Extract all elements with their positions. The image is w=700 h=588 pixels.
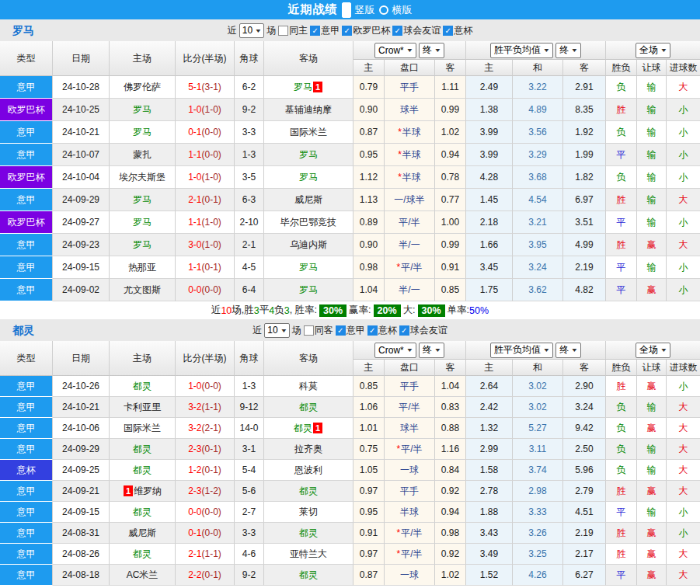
handicap-text: 半球 bbox=[400, 506, 419, 517]
avg-odds-select[interactable]: 胜平负均值▼ bbox=[490, 343, 553, 358]
handicap-text: 平/半 bbox=[399, 217, 420, 228]
odds-stage-select[interactable]: 终▼ bbox=[419, 43, 444, 58]
filter-checkbox-label: 同主 bbox=[289, 24, 308, 37]
result-wdl: 胜 bbox=[606, 189, 637, 211]
handicap-line: *半球 bbox=[385, 121, 435, 144]
match-date: 24-09-27 bbox=[53, 211, 110, 234]
col-score: 比分(半场) bbox=[176, 41, 235, 76]
filter-checkbox-1[interactable]: ✓意甲 bbox=[310, 24, 340, 37]
handicap-text: 平/半 bbox=[401, 262, 422, 273]
league-badge: 意杯 bbox=[0, 460, 53, 481]
fulltime-dropdown-cell: 全场▼ bbox=[606, 41, 700, 60]
match-row: 意甲24-09-29罗马2-1(0-1)6-3威尼斯1.13一/球半0.771.… bbox=[0, 189, 700, 211]
result-handicap: 输 bbox=[637, 256, 667, 279]
col-crow-away: 客 bbox=[435, 360, 466, 376]
title-bar: 近期战绩 竖版 横版 bbox=[0, 0, 700, 19]
fulltime-score: 0-1 bbox=[188, 527, 201, 538]
bookmaker-select[interactable]: Crow*▼ bbox=[374, 343, 416, 358]
avg-away-odds: 4.82 bbox=[563, 279, 606, 301]
crow-home-odds: 0.89 bbox=[353, 211, 385, 234]
chevron-down-icon: ▼ bbox=[434, 347, 442, 353]
result-handicap: 赢 bbox=[637, 279, 667, 301]
col-home: 主场 bbox=[110, 341, 176, 376]
team-name-text: 热那亚 bbox=[128, 262, 156, 273]
home-team: 尤文图斯 bbox=[110, 279, 176, 301]
match-row: 意甲24-10-06国际米兰3-2(2-1)14-0都灵11.01球半0.881… bbox=[0, 418, 700, 439]
col-crow-home: 主 bbox=[353, 60, 385, 76]
filter-checkbox-0[interactable]: 同客 bbox=[304, 324, 333, 337]
result-wdl: 平 bbox=[606, 565, 637, 586]
handicap-text: 半/一 bbox=[399, 284, 420, 295]
halftime-score: (1-0) bbox=[202, 104, 221, 115]
handicap-text: 平/半 bbox=[401, 548, 422, 559]
team-name-text: 罗马 bbox=[133, 127, 151, 137]
fulltime-select[interactable]: 全场▼ bbox=[636, 43, 670, 58]
handicap-line: *半球 bbox=[385, 144, 435, 166]
filter-checkbox-0[interactable]: 同主 bbox=[278, 24, 308, 37]
changed-line-star: * bbox=[398, 127, 402, 137]
match-date: 24-10-04 bbox=[53, 166, 110, 189]
col-wdl: 胜负 bbox=[606, 60, 637, 76]
changed-line-star: * bbox=[398, 172, 402, 183]
match-date: 24-10-21 bbox=[53, 121, 110, 144]
avg-dropdown-cell: 胜平负均值▼ 终▼ bbox=[466, 41, 606, 60]
team-name-text: 国际米兰 bbox=[124, 423, 161, 433]
col-goals: 进球数 bbox=[667, 360, 700, 376]
col-crow-away: 客 bbox=[435, 60, 466, 76]
filter-checkbox-2[interactable]: ✓欧罗巴杯 bbox=[342, 24, 390, 37]
home-team: 罗马 bbox=[110, 234, 176, 256]
avg-draw-odds: 3.74 bbox=[513, 460, 563, 481]
filter-checkbox-label: 意杯 bbox=[454, 24, 472, 37]
filter-checkbox-4[interactable]: ✓意杯 bbox=[443, 24, 472, 37]
result-goals: 大 bbox=[667, 418, 700, 439]
result-handicap: 输 bbox=[637, 502, 667, 523]
match-date: 24-09-29 bbox=[53, 189, 110, 211]
changed-line-star: * bbox=[396, 527, 400, 538]
avg-odds-select[interactable]: 胜平负均值▼ bbox=[490, 43, 553, 58]
score: 0-1(0-0) bbox=[176, 121, 235, 144]
radio-vertical-layout[interactable] bbox=[342, 2, 351, 18]
fulltime-select-value: 全场 bbox=[639, 43, 658, 57]
avg-home-odds: 1.38 bbox=[466, 99, 513, 121]
chevron-down-icon: ▼ bbox=[543, 347, 551, 353]
avg-away-odds: 6.27 bbox=[563, 565, 606, 586]
away-team: 恩波利 bbox=[264, 460, 353, 481]
filter-checkbox-2[interactable]: ✓意杯 bbox=[367, 324, 397, 337]
away-team: 莱切 bbox=[264, 502, 353, 523]
fulltime-select[interactable]: 全场▼ bbox=[636, 343, 670, 358]
match-row: 欧罗巴杯24-09-27罗马1-1(1-0)2-10毕尔巴鄂竞技0.89平/半1… bbox=[0, 211, 700, 234]
odds-stage-select[interactable]: 终▼ bbox=[419, 343, 444, 358]
result-handicap: 输 bbox=[637, 211, 667, 234]
away-team: 都灵 bbox=[264, 397, 353, 418]
halftime-score: (1-1) bbox=[202, 402, 221, 412]
result-wdl: 负 bbox=[606, 418, 637, 439]
home-team: 都灵 bbox=[110, 376, 176, 397]
match-date: 24-08-18 bbox=[53, 565, 110, 586]
recent-count-select[interactable]: 10▼ bbox=[264, 323, 289, 338]
result-handicap: 输 bbox=[637, 397, 667, 418]
filter-checkbox-3[interactable]: ✓球会友谊 bbox=[392, 24, 441, 37]
league-badge: 意甲 bbox=[0, 189, 53, 211]
result-wdl: 胜 bbox=[606, 523, 637, 544]
avg-stage-select[interactable]: 终▼ bbox=[555, 343, 581, 358]
crow-home-odds: 0.95 bbox=[353, 144, 385, 166]
chevron-down-icon: ▼ bbox=[571, 347, 579, 353]
filter-checkbox-3[interactable]: ✓球会友谊 bbox=[399, 324, 448, 337]
match-row: 欧罗巴杯24-10-25罗马1-0(1-0)9-2基辅迪纳摩0.90球半0.99… bbox=[0, 99, 700, 121]
recent-count-select[interactable]: 10▼ bbox=[239, 23, 264, 38]
result-goals: 小 bbox=[667, 166, 700, 189]
result-goals: 小 bbox=[667, 376, 700, 397]
chevron-down-icon: ▼ bbox=[660, 347, 668, 353]
score: 2-3(1-2) bbox=[176, 481, 235, 502]
handicap-line: 半/一 bbox=[385, 234, 435, 256]
bookmaker-select-value: Crow* bbox=[378, 345, 404, 356]
bookmaker-select[interactable]: Crow*▼ bbox=[374, 43, 416, 58]
torino-section-bar: 都灵 近10▼场同客✓意甲✓意杯✓球会友谊 bbox=[0, 319, 700, 341]
summary-text: 场,胜 bbox=[232, 304, 253, 317]
fulltime-score: 1-1 bbox=[188, 149, 201, 160]
roma-summary: 近10场,胜3平4负3, 胜率:30% 赢率:20% 大:30% 单率:50% bbox=[0, 301, 700, 319]
avg-stage-select[interactable]: 终▼ bbox=[555, 43, 581, 58]
filter-checkbox-1[interactable]: ✓意甲 bbox=[336, 324, 365, 337]
radio-horizontal-layout[interactable] bbox=[379, 5, 388, 15]
col-avg-draw: 和 bbox=[513, 60, 563, 76]
